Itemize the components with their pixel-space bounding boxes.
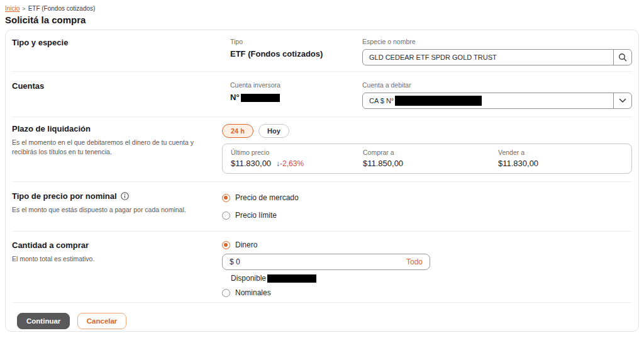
radio-precio-limite[interactable]: Precio límite <box>222 211 632 220</box>
radio-button-unselected[interactable] <box>222 289 230 297</box>
chevron-down-icon <box>619 98 626 103</box>
section-tipo-especie: Tipo y especie Tipo ETF (Fondos cotizado… <box>6 30 638 71</box>
actions-row: Continuar Cancelar <box>6 303 638 332</box>
cantidad-description: El monto total es estimativo. <box>12 254 222 264</box>
breadcrumb-current: ETF (Fondos cotizados) <box>28 5 96 12</box>
nominales-label: Nominales <box>235 288 271 297</box>
radio-precio-mercado[interactable]: Precio de mercado <box>222 193 632 202</box>
radio-button-unselected[interactable] <box>222 212 230 220</box>
price-info-panel: Último precio $11.830,00↓-2,63% Comprar … <box>222 144 632 174</box>
plazo-options: 24 h Hoy <box>222 124 632 138</box>
amount-input[interactable]: $ 0 Todo <box>222 254 430 270</box>
vender-a-label: Vender a <box>498 149 631 156</box>
tipo-value: ETF (Fondos cotizados) <box>230 49 362 59</box>
especie-label: Especie o nombre <box>362 38 632 45</box>
tipo-precio-description: Es el monto que estás dispuesto a pagar … <box>12 205 222 215</box>
cuenta-inversora-label: Cuenta inversora <box>230 81 362 89</box>
precio-limite-label: Precio límite <box>235 211 277 220</box>
radio-button-selected[interactable] <box>222 241 230 249</box>
cuenta-inversora-value: N° <box>230 93 362 102</box>
section-title-plazo: Plazo de liquidación <box>12 124 222 133</box>
cancel-button[interactable]: Cancelar <box>77 313 127 329</box>
section-title-cantidad: Cantidad a comprar <box>12 240 222 250</box>
amount-value[interactable]: $ 0 <box>230 257 240 266</box>
section-cantidad: Cantidad a comprar El monto total es est… <box>6 232 638 302</box>
radio-button-selected[interactable] <box>222 194 230 202</box>
cuenta-debitar-dropdown-toggle[interactable] <box>613 93 631 108</box>
search-button[interactable] <box>613 50 631 65</box>
disponible-row: Disponible <box>231 274 632 283</box>
vender-a-value: $11.830,00 <box>498 159 631 168</box>
comprar-a-value: $11.850,00 <box>363 159 498 168</box>
tipo-label: Tipo <box>230 38 362 45</box>
cuenta-inversora-redaction <box>241 94 280 102</box>
todo-link[interactable]: Todo <box>406 257 423 266</box>
breadcrumb-separator: > <box>22 6 25 12</box>
comprar-a-label: Comprar a <box>363 149 498 156</box>
section-tipo-precio: Tipo de precio por nominal Es el monto q… <box>6 182 638 231</box>
purchase-form-card: Tipo y especie Tipo ETF (Fondos cotizado… <box>5 30 639 332</box>
section-title-tipo-precio: Tipo de precio por nominal <box>12 191 222 201</box>
section-title-cuentas: Cuentas <box>12 81 230 91</box>
price-change-percent: -2,63% <box>280 159 304 168</box>
ultimo-precio-value: $11.830,00↓-2,63% <box>231 159 363 168</box>
plazo-option-24h[interactable]: 24 h <box>222 124 253 138</box>
section-cuentas: Cuentas Cuenta inversora N° Cuenta a deb… <box>6 72 638 116</box>
page-title: Solicitá la compra <box>5 14 644 25</box>
cuenta-debitar-select[interactable]: CA $ N° <box>362 93 632 109</box>
plazo-description: Es el momento en el que debitaremos el d… <box>12 138 222 157</box>
precio-mercado-label: Precio de mercado <box>235 193 299 202</box>
search-icon <box>618 53 627 62</box>
dinero-label: Dinero <box>235 240 257 249</box>
disponible-redaction <box>267 274 316 283</box>
continue-button[interactable]: Continuar <box>17 313 70 329</box>
cuenta-debitar-label: Cuenta a debitar <box>362 81 632 89</box>
section-plazo: Plazo de liquidación Es el momento en el… <box>6 117 638 181</box>
info-icon[interactable] <box>121 192 129 200</box>
section-title-tipo-especie: Tipo y especie <box>12 38 230 47</box>
especie-search-input[interactable]: GLD CEDEAR ETF SPDR GOLD TRUST <box>362 49 632 65</box>
radio-nominales[interactable]: Nominales <box>222 288 632 297</box>
ultimo-precio-label: Último precio <box>231 149 363 156</box>
page-header: Inicio > ETF (Fondos cotizados) Solicitá… <box>0 0 644 25</box>
cuenta-debitar-value: CA $ N° <box>363 93 613 108</box>
especie-input-value[interactable]: GLD CEDEAR ETF SPDR GOLD TRUST <box>363 50 613 65</box>
radio-dinero[interactable]: Dinero <box>222 240 632 249</box>
cuenta-debitar-redaction <box>395 96 482 106</box>
plazo-option-hoy[interactable]: Hoy <box>258 124 289 138</box>
breadcrumb: Inicio > ETF (Fondos cotizados) <box>5 5 644 12</box>
breadcrumb-link-inicio[interactable]: Inicio <box>5 5 19 12</box>
